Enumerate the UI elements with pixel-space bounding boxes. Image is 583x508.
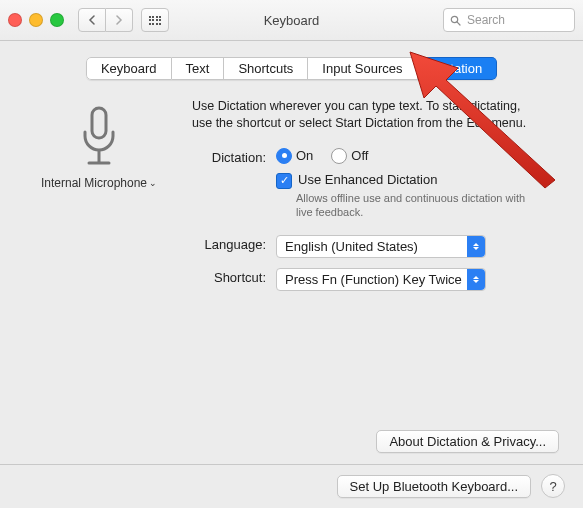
- tab-input-sources[interactable]: Input Sources: [308, 57, 417, 80]
- titlebar: Keyboard: [0, 0, 583, 41]
- enhanced-dictation-label: Use Enhanced Dictation: [298, 172, 437, 187]
- microphone-label: Internal Microphone: [41, 176, 147, 190]
- svg-point-0: [451, 16, 457, 22]
- shortcut-value: Press Fn (Function) Key Twice: [285, 272, 462, 287]
- separator: [0, 464, 583, 465]
- language-popup[interactable]: English (United States): [276, 235, 486, 258]
- popup-arrows-icon: [467, 269, 485, 290]
- tab-text[interactable]: Text: [172, 57, 225, 80]
- help-button[interactable]: ?: [541, 474, 565, 498]
- radio-icon: [276, 148, 292, 164]
- tab-dictation[interactable]: Dictation: [418, 57, 498, 80]
- enhanced-dictation-note: Allows offline use and continuous dictat…: [296, 191, 536, 220]
- dictation-row: Dictation: On Off ✓ Use: [192, 148, 559, 220]
- microphone-icon: [77, 106, 121, 168]
- radio-icon: [331, 148, 347, 164]
- chevron-down-icon: ⌄: [149, 178, 157, 188]
- tab-shortcuts[interactable]: Shortcuts: [224, 57, 308, 80]
- back-button[interactable]: [78, 8, 106, 32]
- close-window-button[interactable]: [8, 13, 22, 27]
- svg-rect-2: [92, 108, 106, 138]
- tab-keyboard[interactable]: Keyboard: [86, 57, 172, 80]
- settings-column: Use Dictation wherever you can type text…: [192, 98, 559, 301]
- enhanced-dictation-checkbox[interactable]: ✓: [276, 173, 292, 189]
- popup-arrows-icon: [467, 236, 485, 257]
- language-value: English (United States): [285, 239, 418, 254]
- about-dictation-button[interactable]: About Dictation & Privacy...: [376, 430, 559, 453]
- shortcut-row: Shortcut: Press Fn (Function) Key Twice: [192, 268, 559, 291]
- search-input[interactable]: [465, 12, 568, 28]
- shortcut-popup[interactable]: Press Fn (Function) Key Twice: [276, 268, 486, 291]
- search-icon: [450, 15, 461, 26]
- dictation-on-radio[interactable]: On: [276, 148, 313, 164]
- chevron-left-icon: [88, 15, 96, 25]
- language-row: Language: English (United States): [192, 235, 559, 258]
- minimize-window-button[interactable]: [29, 13, 43, 27]
- svg-line-1: [457, 22, 460, 25]
- search-field[interactable]: [443, 8, 575, 32]
- dictation-off-radio[interactable]: Off: [331, 148, 368, 164]
- dictation-radio-group: On Off: [276, 148, 559, 164]
- bluetooth-keyboard-button[interactable]: Set Up Bluetooth Keyboard...: [337, 475, 531, 498]
- shortcut-label: Shortcut:: [192, 268, 276, 285]
- language-label: Language:: [192, 235, 276, 252]
- intro-text: Use Dictation wherever you can type text…: [192, 98, 559, 132]
- microphone-selector[interactable]: Internal Microphone ⌄: [41, 176, 157, 190]
- microphone-column: Internal Microphone ⌄: [24, 98, 174, 301]
- zoom-window-button[interactable]: [50, 13, 64, 27]
- preferences-window: Keyboard Keyboard Text Shortcuts Input S…: [0, 0, 583, 508]
- chevron-right-icon: [115, 15, 123, 25]
- tab-bar: Keyboard Text Shortcuts Input Sources Di…: [0, 57, 583, 80]
- dictation-label: Dictation:: [192, 148, 276, 165]
- forward-button[interactable]: [106, 8, 133, 32]
- grid-icon: [149, 16, 162, 25]
- content-area: Internal Microphone ⌄ Use Dictation wher…: [0, 80, 583, 301]
- nav-buttons: [78, 8, 133, 32]
- show-all-button[interactable]: [141, 8, 169, 32]
- window-controls: [8, 13, 64, 27]
